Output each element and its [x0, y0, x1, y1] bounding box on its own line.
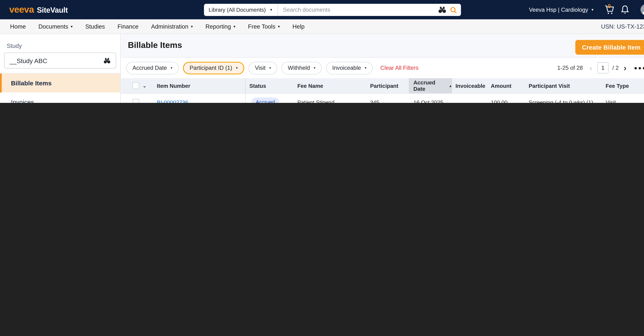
more-actions-icon[interactable]: ●●● [634, 65, 644, 71]
search-scope-select[interactable]: Library (All Documents) ▼ [204, 4, 278, 16]
chevron-down-icon: ▾ [269, 66, 271, 70]
filter-pill-accrued-date[interactable]: Accrued Date ▾ [126, 61, 179, 74]
fee-type-cell: Visit [602, 94, 644, 103]
table-row: BI-00002736 Accrued Patient Stipend 345 … [121, 94, 644, 103]
pagination-range: 1-25 of 28 [557, 65, 583, 71]
sidebar-item-billable-items[interactable]: Billable Items [0, 73, 120, 92]
row-checkbox[interactable] [132, 99, 139, 103]
clear-all-filters-link[interactable]: Clear All Filters [380, 65, 418, 71]
item-number-link[interactable]: BI-00002736 [157, 99, 188, 103]
top-bar: veeva SiteVault Library (All Documents) … [0, 0, 644, 19]
sidebar-item-invoices[interactable]: Invoices [0, 92, 120, 103]
user-avatar[interactable] [640, 4, 644, 15]
chevron-down-icon: ▾ [365, 66, 366, 70]
vault-selector[interactable]: Veeva Hsp | Cardiology ▾ [529, 6, 594, 13]
chevron-down-icon: ▾ [171, 66, 172, 70]
status-badge: Accrued [252, 98, 279, 103]
billable-items-panel: Accrued Date ▾ Participant ID (1) ▾ Visi… [121, 57, 644, 103]
page-total-label: / 2 [612, 65, 619, 71]
menubar-item-free-tools[interactable]: Free Tools ▾ [248, 23, 280, 30]
filter-pill-invoiceable[interactable]: Invoiceable ▾ [326, 61, 373, 74]
participant-visit-cell: Screening (-4 to 0 wks) (1) [526, 94, 602, 103]
binoculars-icon[interactable] [438, 7, 446, 13]
table-header-row: ⌄ Item Number Status Fee Name Participan… [121, 78, 644, 94]
menubar-item-administration[interactable]: Administration ▾ [151, 23, 193, 30]
page-number-input[interactable]: 1 [597, 62, 608, 73]
chevron-down-icon: ▾ [234, 24, 236, 28]
notifications-bell-icon[interactable] [621, 5, 629, 15]
column-header-status[interactable]: Status [246, 78, 298, 93]
usn-label: USN: US-TX-12345 [601, 23, 644, 30]
page-title: Billable Items [128, 40, 182, 50]
search-input[interactable]: Search documents [278, 7, 438, 13]
chevron-down-icon: ▾ [592, 7, 594, 12]
study-selector-input[interactable]: __Study ABC [4, 52, 116, 68]
menubar-item-help[interactable]: Help [292, 23, 304, 30]
chevron-down-icon: ▾ [236, 66, 238, 70]
chevron-down-icon: ▾ [191, 24, 193, 28]
column-header-accrued-date[interactable]: Accrued Date ▲ [409, 78, 452, 93]
study-label: Study [7, 42, 120, 49]
accrued-date-cell: 16 Oct 2025 [409, 94, 452, 103]
cart-count-badge: 0 [608, 3, 611, 9]
table-body: BI-00002736 Accrued Patient Stipend 345 … [121, 94, 644, 103]
main-content: Billable Items Create Billable Item ▾ Ac… [121, 34, 644, 103]
column-header-amount[interactable]: Amount [488, 78, 526, 93]
vault-selector-label: Veeva Hsp | Cardiology [529, 6, 588, 13]
menubar-item-reporting[interactable]: Reporting ▾ [206, 23, 236, 30]
binoculars-icon[interactable] [104, 58, 111, 63]
previous-page-icon[interactable]: ‹ [590, 64, 592, 72]
column-header-invoiceable[interactable]: Invoiceable [452, 78, 488, 93]
sort-ascending-icon: ▲ [449, 84, 452, 87]
chevron-down-icon: ▼ [270, 8, 273, 12]
pagination: 1-25 of 28 ‹ 1 / 2 › ●●● [557, 62, 644, 73]
main-menu-bar: Home Documents ▾ Studies Finance Adminis… [0, 19, 644, 34]
filter-pill-visit[interactable]: Visit ▾ [248, 61, 277, 74]
column-header-fee-type[interactable]: Fee Type [602, 78, 644, 93]
chevron-down-icon: ▾ [278, 24, 280, 28]
cart-icon[interactable]: 0 [604, 4, 614, 15]
select-menu-chevron-icon[interactable]: ⌄ [142, 83, 146, 88]
top-right-controls: Veeva Hsp | Cardiology ▾ 0 [529, 0, 644, 19]
column-header-item-number[interactable]: Item Number [157, 78, 246, 93]
sitevault-logo-text: SiteVault [37, 6, 68, 15]
search-icon[interactable] [450, 6, 457, 13]
fee-name-cell: Patient Stipend [298, 94, 370, 103]
next-page-icon[interactable]: › [624, 64, 626, 72]
menubar-item-finance[interactable]: Finance [118, 23, 138, 30]
chevron-down-icon: ▾ [71, 24, 73, 28]
select-all-checkbox[interactable] [132, 82, 139, 89]
menubar-item-studies[interactable]: Studies [85, 23, 105, 30]
amount-cell: 100.00 [488, 94, 526, 103]
filter-bar: Accrued Date ▾ Participant ID (1) ▾ Visi… [121, 57, 644, 78]
global-search-bar: Library (All Documents) ▼ Search documen… [204, 4, 461, 16]
column-header-fee-name[interactable]: Fee Name [298, 78, 370, 93]
menubar-item-home[interactable]: Home [10, 23, 26, 30]
participant-cell: 345 [370, 94, 409, 103]
menubar-item-documents[interactable]: Documents ▾ [38, 23, 73, 30]
veeva-sitevault-logo[interactable]: veeva SiteVault [9, 4, 68, 15]
study-value: __Study ABC [10, 57, 47, 64]
column-header-participant-visit[interactable]: Participant Visit [526, 78, 602, 93]
filter-pill-participant-id-1-[interactable]: Participant ID (1) ▾ [183, 61, 244, 74]
sidebar: Study __Study ABC Billable Items Invoice… [0, 34, 121, 103]
app-window: veeva SiteVault Library (All Documents) … [0, 0, 644, 103]
filter-pill-withheld[interactable]: Withheld ▾ [282, 61, 322, 74]
create-billable-item-button[interactable]: Create Billable Item ▾ [575, 40, 644, 54]
page-header: Billable Items Create Billable Item ▾ [121, 34, 644, 57]
search-scope-label: Library (All Documents) [209, 7, 266, 13]
veeva-logo-text: veeva [9, 4, 34, 15]
chevron-down-icon: ▾ [314, 66, 316, 70]
column-header-participant[interactable]: Participant [370, 78, 409, 93]
